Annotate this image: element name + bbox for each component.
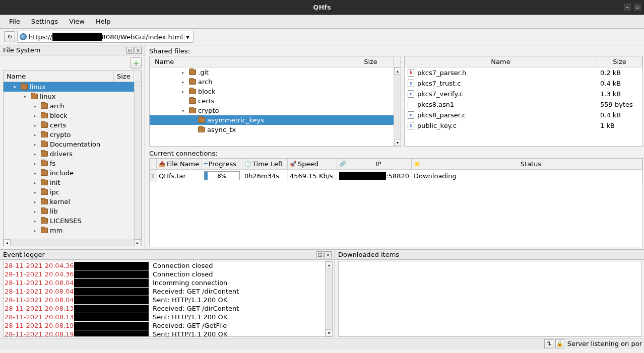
- close-pane-icon[interactable]: ×: [325, 251, 332, 258]
- refresh-button[interactable]: ↻: [4, 31, 15, 42]
- tree-item[interactable]: ▸certs: [4, 120, 141, 130]
- tree-item[interactable]: ▸.git: [150, 67, 401, 77]
- tree-item[interactable]: ▸mm: [4, 226, 141, 235]
- tree-item[interactable]: ▸init: [4, 178, 141, 187]
- tree-item[interactable]: ▸LICENSES: [4, 216, 141, 226]
- file-icon: [408, 101, 414, 108]
- log-row: 28-11-2021 20.08.19Sent: HTTP/1.1 200 OK: [4, 330, 332, 337]
- downloaded-label: Downloaded items: [338, 251, 399, 258]
- menu-file[interactable]: File: [4, 17, 25, 26]
- list-item[interactable]: pkcs8.asn1559 bytes: [405, 99, 642, 110]
- table-row[interactable]: 1QHfs.tar8%0h26m34s4569.15 Kb/s:58820Dow…: [150, 170, 642, 182]
- col-timeleft[interactable]: 🕒Time Left: [242, 159, 288, 169]
- redacted-ip: [74, 288, 149, 296]
- folder-icon: [41, 228, 48, 233]
- detach-icon[interactable]: ◱: [126, 47, 134, 54]
- tree-item[interactable]: ▸crypto: [4, 130, 141, 139]
- url-input[interactable]: https://8080/WebGui/index.html ▾: [17, 31, 194, 43]
- folder-icon: [41, 170, 48, 176]
- minimize-button[interactable]: –: [624, 4, 631, 11]
- menu-settings[interactable]: Settings: [26, 17, 63, 26]
- log-row: 28-11-2021 20.04.36Connection closed: [4, 270, 332, 278]
- redacted-ip: [74, 279, 149, 287]
- tree-item[interactable]: ▾linux: [4, 92, 141, 101]
- shared-label: Shared files:: [149, 47, 644, 55]
- list-item[interactable]: cpkcs7_trust.c0.4 kB: [405, 78, 642, 89]
- tree-item[interactable]: certs: [150, 96, 401, 106]
- filesystem-tree[interactable]: ▾linux ▾linux ▸arch▸block▸certs▸crypto▸D…: [4, 82, 141, 239]
- scrollbar[interactable]: [134, 82, 141, 239]
- folder-icon: [41, 103, 48, 109]
- col-name[interactable]: Name: [150, 57, 348, 66]
- window-title: QHfs: [313, 4, 331, 11]
- lock-icon[interactable]: 🔒: [555, 339, 564, 348]
- menu-help[interactable]: Help: [91, 17, 116, 26]
- list-item[interactable]: cpkcs8_parser.c0.4 kB: [405, 110, 642, 120]
- col-size[interactable]: Size: [348, 57, 394, 66]
- downloaded-list[interactable]: [338, 261, 642, 337]
- menubar: File Settings View Help: [0, 15, 644, 29]
- tree-item[interactable]: ▸lib: [4, 206, 141, 216]
- log-row: 28-11-2021 20.08.13Sent: HTTP/1.1 200 OK: [4, 313, 332, 321]
- col-filename[interactable]: 📤File Name: [157, 159, 202, 169]
- url-dropdown[interactable]: ▾: [184, 33, 191, 41]
- tree-item[interactable]: ▸arch: [150, 77, 401, 87]
- folder-icon: [189, 108, 196, 113]
- tree-item[interactable]: ▸block: [150, 87, 401, 96]
- tree-item[interactable]: ▸Documentation: [4, 139, 141, 149]
- col-progress[interactable]: ━Progress: [202, 159, 242, 169]
- folder-icon: [189, 69, 196, 75]
- statusbar: ⇅ 🔒 Server listening on por: [0, 338, 644, 349]
- scrollbar[interactable]: ▴▾: [394, 67, 401, 146]
- file-list[interactable]: hpkcs7_parser.h0.2 kBcpkcs7_trust.c0.4 k…: [405, 67, 642, 146]
- tree-item[interactable]: ▸include: [4, 168, 141, 178]
- close-pane-icon[interactable]: ×: [135, 47, 142, 54]
- tree-item[interactable]: ▸drivers: [4, 149, 141, 159]
- redacted-ip: [74, 262, 149, 270]
- col-status[interactable]: ⭐Status: [412, 159, 642, 169]
- tree-item[interactable]: ▸ipc: [4, 187, 141, 197]
- tree-item[interactable]: async_tx: [150, 125, 401, 134]
- list-item[interactable]: cpublic_key.c1 kB: [405, 120, 642, 131]
- scrollbar[interactable]: ▴▾: [325, 261, 332, 336]
- add-button[interactable]: +: [131, 57, 142, 68]
- col-name[interactable]: Name: [405, 57, 597, 66]
- log-row: 28-11-2021 20.08.04Incomming connection: [4, 278, 332, 287]
- tree-item[interactable]: ▸block: [4, 111, 141, 120]
- scrollbar-h[interactable]: ◂▸: [4, 239, 141, 246]
- network-icon[interactable]: ⇅: [544, 339, 553, 348]
- folder-icon: [189, 98, 196, 104]
- col-size[interactable]: Size: [597, 57, 642, 66]
- tree-root[interactable]: ▾linux: [4, 82, 141, 92]
- tree-item[interactable]: ▸kernel: [4, 197, 141, 206]
- folder-icon: [41, 189, 48, 195]
- folder-icon: [198, 117, 205, 123]
- log-row: 28-11-2021 20.08.19Received: GET /GetFil…: [4, 321, 332, 330]
- folder-icon: [41, 122, 48, 128]
- redacted-ip: [74, 270, 149, 278]
- col-name[interactable]: Name: [4, 71, 114, 82]
- urlbar: ↻ https://8080/WebGui/index.html ▾: [0, 29, 644, 45]
- redacted-ip: [74, 330, 149, 337]
- file-icon: c: [408, 90, 414, 98]
- shared-tree[interactable]: ▸.git▸arch▸blockcerts▾cryptoasymmetric_k…: [150, 67, 401, 146]
- progress-bar: 8%: [204, 171, 240, 180]
- tree-item[interactable]: ▸arch: [4, 101, 141, 111]
- tree-item[interactable]: ▾crypto: [150, 106, 401, 115]
- menu-view[interactable]: View: [64, 17, 90, 26]
- redacted-ip: [74, 305, 149, 313]
- col-ip[interactable]: 🔗IP: [337, 159, 412, 169]
- folder-icon: [189, 89, 196, 94]
- file-icon: c: [408, 111, 414, 119]
- tree-item[interactable]: asymmetric_keys: [150, 115, 401, 125]
- list-item[interactable]: hpkcs7_parser.h0.2 kB: [405, 67, 642, 78]
- folder-icon: [41, 161, 48, 166]
- tree-item[interactable]: ▸fs: [4, 159, 141, 168]
- col-speed[interactable]: 🚀Speed: [288, 159, 337, 169]
- detach-icon[interactable]: ◱: [316, 251, 324, 258]
- col-size[interactable]: Size: [114, 71, 134, 82]
- event-log[interactable]: 28-11-2021 20.04.36Connection closed28-1…: [3, 261, 333, 337]
- file-icon: c: [408, 122, 414, 129]
- list-item[interactable]: cpkcs7_verify.c1.3 kB: [405, 89, 642, 99]
- maximize-button[interactable]: ▫: [634, 4, 641, 11]
